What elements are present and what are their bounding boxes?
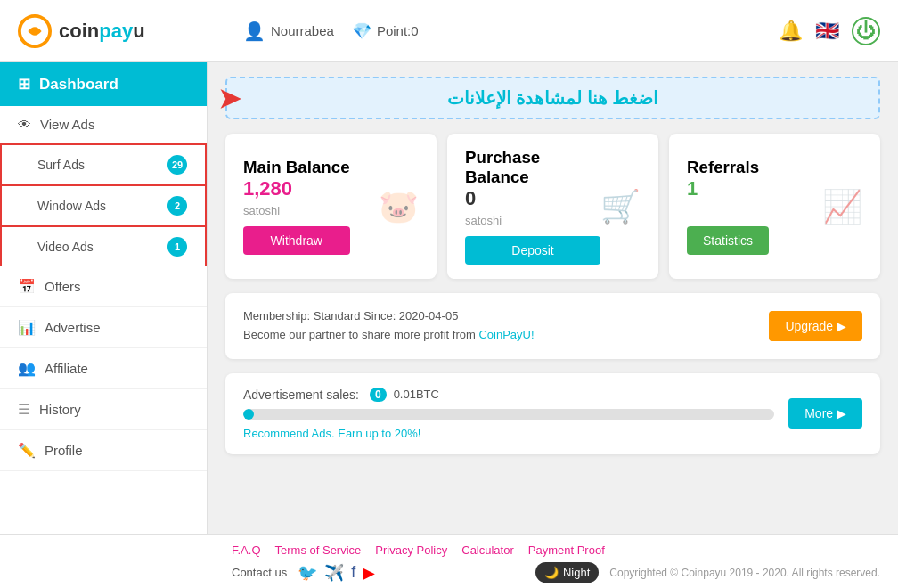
footer-bottom: Contact us 🐦 ✈️ f ▶ 🌙 Night Copyrighted … [232,562,880,583]
dashboard-label: Dashboard [39,76,118,94]
coinpayu-highlight: CoinPayU! [478,328,534,341]
arabic-banner[interactable]: ➤ اضغط هنا لمشاهدة الإعلانات [225,77,880,119]
video-ads-label: Video Ads [37,240,94,254]
night-label: Night [563,566,590,579]
sidebar-item-profile[interactable]: ✏️ Profile [0,430,207,471]
language-flag-icon[interactable]: 🇬🇧 [815,20,839,43]
moon-icon: 🌙 [544,566,559,579]
main-content: ➤ اضغط هنا لمشاهدة الإعلانات Main Balanc… [208,62,898,534]
contact-us-label: Contact us [232,566,287,579]
arabic-banner-text: اضغط هنا لمشاهدة الإعلانات [447,88,659,108]
ads-left: Advertisement sales: 0 0.01BTC Recommend… [243,388,774,440]
telegram-icon[interactable]: ✈️ [324,563,344,583]
username-label: Nourrabea [271,23,334,38]
sidebar-item-advertise[interactable]: 📊 Advertise [0,307,207,348]
membership-line2: Become our partner to share more profit … [243,326,535,345]
main-balance-amount: 1,280 [243,177,350,200]
referrals-label: Referrals [687,158,769,177]
ads-sales-card: Advertisement sales: 0 0.01BTC Recommend… [225,373,880,454]
logout-button[interactable]: ⏻ [852,17,880,45]
more-button[interactable]: More ▶ [788,398,862,429]
offers-icon: 📅 [18,278,36,295]
upgrade-button[interactable]: Upgrade ▶ [769,311,862,341]
membership-line1: Membership: Standard Since: 2020-04-05 [243,307,535,326]
offers-label: Offers [45,279,81,294]
logo[interactable]: coinpayu [18,14,225,48]
membership-card: Membership: Standard Since: 2020-04-05 B… [225,293,880,359]
main-balance-card: Main Balance 1,280 satoshi Withdraw 🐷 [225,134,437,279]
points-label: Point:0 [377,23,419,38]
balance-row: Main Balance 1,280 satoshi Withdraw 🐷 Pu… [225,134,880,279]
arrow-icon: ➤ [218,83,241,114]
statistics-button[interactable]: Statistics [687,226,769,255]
social-icons: 🐦 ✈️ f ▶ [298,563,375,583]
footer-tos[interactable]: Terms of Service [275,543,362,557]
sidebar-item-window-ads[interactable]: Window Ads 2 [0,184,207,225]
eye-icon: 👁 [18,117,31,132]
purchase-balance-label: Purchase Balance [465,148,600,187]
sidebar-item-video-ads[interactable]: Video Ads 1 [0,225,207,266]
surf-ads-label: Surf Ads [37,158,85,172]
copyright-text: Copyrighted © Coinpayu 2019 - 2020. All … [609,567,880,579]
ads-progress-value: 0 [370,388,387,402]
purchase-balance-amount: 0 [465,187,600,210]
footer-privacy[interactable]: Privacy Policy [375,543,447,557]
referrals-card: Referrals 1 Statistics 📈 [669,134,880,279]
sidebar: ⊞ Dashboard 👁 View Ads Surf Ads 29 Windo… [0,62,208,534]
referrals-amount: 1 [687,177,769,200]
sidebar-item-affiliate[interactable]: 👥 Affiliate [0,348,207,389]
sidebar-item-view-ads[interactable]: 👁 View Ads [0,106,207,143]
logo-text: coinpayu [59,20,145,43]
profile-label: Profile [45,443,83,458]
chart-icon: 📈 [822,188,862,225]
footer-calculator[interactable]: Calculator [461,543,514,557]
cart-icon: 🛒 [600,188,641,225]
sidebar-item-surf-ads[interactable]: Surf Ads 29 [0,143,207,184]
sidebar-item-dashboard[interactable]: ⊞ Dashboard [0,62,207,106]
deposit-button[interactable]: Deposit [465,236,600,265]
twitter-icon[interactable]: 🐦 [298,563,317,583]
footer-payment-proof[interactable]: Payment Proof [528,543,605,557]
point-icon: 💎 [352,21,371,41]
power-icon: ⏻ [856,20,876,43]
user-icon: 👤 [243,20,265,42]
profile-icon: ✏️ [18,442,36,459]
night-mode-button[interactable]: 🌙 Night [535,562,599,583]
affiliate-icon: 👥 [18,360,36,377]
video-ads-badge: 1 [167,237,187,257]
top-points: 💎 Point:0 [352,21,419,41]
ads-label: Advertisement sales: 0 0.01BTC [243,388,774,402]
advertise-label: Advertise [45,320,101,335]
window-ads-badge: 2 [167,196,187,216]
withdraw-button[interactable]: Withdraw [243,226,350,255]
dashboard-icon: ⊞ [18,75,30,94]
ads-sales-label: Advertisement sales: [243,388,359,402]
window-ads-label: Window Ads [37,199,106,213]
footer-links: F.A.Q Terms of Service Privacy Policy Ca… [232,543,880,557]
piggy-icon: 🐷 [379,188,419,225]
history-label: History [39,402,81,417]
membership-text: Membership: Standard Since: 2020-04-05 B… [243,307,535,345]
youtube-icon[interactable]: ▶ [363,563,375,583]
footer: F.A.Q Terms of Service Privacy Policy Ca… [0,534,898,588]
ads-btc-value: 0.01BTC [394,388,439,401]
purchase-balance-unit: satoshi [465,214,600,227]
sidebar-item-offers[interactable]: 📅 Offers [0,266,207,307]
advertise-icon: 📊 [18,319,36,336]
affiliate-label: Affiliate [45,361,88,376]
facebook-icon[interactable]: f [351,563,355,583]
history-icon: ☰ [18,401,30,418]
surf-ads-badge: 29 [167,155,187,175]
view-ads-label: View Ads [40,117,94,132]
main-balance-label: Main Balance [243,158,350,177]
purchase-balance-card: Purchase Balance 0 satoshi Deposit 🛒 [447,134,658,279]
referrals-spacer [687,204,769,217]
top-user: 👤 Nourrabea [243,20,334,42]
notification-bell-icon[interactable]: 🔔 [779,20,803,43]
sidebar-item-history[interactable]: ☰ History [0,389,207,430]
progress-bar-bg [243,409,774,420]
progress-bar-fill [243,409,254,420]
ads-subtitle: Recommend Ads. Earn up to 20%! [243,427,774,440]
main-balance-unit: satoshi [243,204,350,217]
footer-faq[interactable]: F.A.Q [232,543,261,557]
